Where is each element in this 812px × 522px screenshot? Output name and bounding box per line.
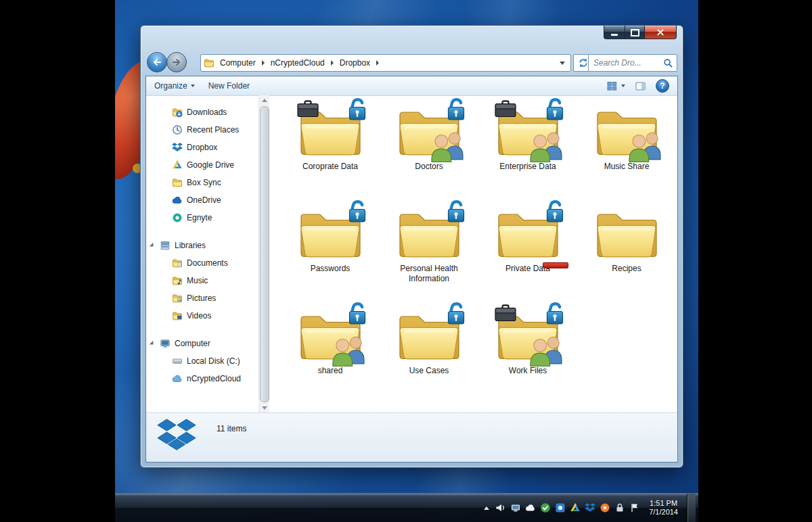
- folder-label: Doctors: [386, 162, 472, 172]
- preview-pane-button[interactable]: [635, 81, 646, 91]
- folder-icon: [172, 177, 183, 188]
- sync-ok-icon[interactable]: [540, 502, 551, 513]
- dropbox-icon[interactable]: [585, 502, 595, 513]
- breadcrumb-arrow-icon[interactable]: [331, 60, 334, 66]
- breadcrumb-dropbox[interactable]: Dropbox: [337, 57, 373, 69]
- dropbox-icon: [157, 418, 196, 454]
- folder-label: Personal Health Information: [386, 264, 472, 284]
- desktop[interactable]: Computer nCryptedCloud Dropbox: [115, 0, 698, 522]
- breadcrumb-arrow-icon[interactable]: [376, 60, 379, 66]
- sidebar-item-onedrive[interactable]: OneDrive: [146, 191, 258, 209]
- sidebar-item-label: Dropbox: [187, 143, 217, 152]
- folder-item-use-cases[interactable]: Use Cases: [380, 306, 478, 408]
- volume-icon[interactable]: [495, 502, 506, 513]
- music-folder-icon: [172, 275, 183, 286]
- sidebar-item-dropbox[interactable]: Dropbox: [146, 139, 258, 156]
- shared-people-icon: [428, 130, 468, 162]
- sidebar-item-videos[interactable]: Videos: [146, 307, 258, 325]
- scrollbar-thumb[interactable]: [260, 106, 269, 402]
- folder-label: Passwords: [287, 264, 374, 274]
- folder-item-work-files[interactable]: Work Files: [478, 306, 577, 408]
- recent-places-icon: [172, 124, 183, 135]
- sidebar-item-label: Videos: [187, 311, 211, 321]
- folder-item-personal-health-information[interactable]: Personal Health Information: [380, 204, 478, 306]
- taskbar-clock[interactable]: 1:51 PM 7/1/2014: [644, 499, 683, 517]
- sidebar-item-egnyte[interactable]: Egnyte: [146, 209, 258, 227]
- onedrive-cloud-icon: [172, 195, 183, 206]
- dropbox-icon: [172, 142, 183, 153]
- sidebar-item-music[interactable]: Music: [146, 272, 258, 289]
- shared-people-icon: [527, 335, 566, 366]
- change-view-button[interactable]: [606, 81, 625, 91]
- sidebar-item-documents[interactable]: Documents: [146, 254, 258, 272]
- help-button[interactable]: ?: [656, 79, 669, 93]
- minimize-button[interactable]: [604, 26, 625, 39]
- sidebar-item-computer[interactable]: Computer: [146, 335, 258, 352]
- sidebar-item-label: Music: [187, 276, 208, 285]
- folder-item-enterprise-data[interactable]: Enterprise Data: [478, 102, 577, 204]
- videos-folder-icon: [172, 310, 183, 321]
- blue-app-icon[interactable]: [555, 502, 566, 513]
- sidebar-item-box-sync[interactable]: Box Sync: [146, 174, 258, 191]
- tray-expand-icon[interactable]: [484, 506, 489, 510]
- scroll-down-button[interactable]: [259, 403, 269, 413]
- open-lock-icon: [545, 199, 565, 224]
- chevron-down-icon: [621, 85, 625, 87]
- folder-label: Music Share: [583, 162, 670, 172]
- sidebar-item-recent-places[interactable]: Recent Places: [146, 121, 258, 139]
- close-button[interactable]: [644, 26, 677, 39]
- breadcrumb-computer[interactable]: Computer: [217, 57, 258, 69]
- sidebar-item-google-drive[interactable]: Google Drive: [146, 156, 258, 174]
- folder-item-coroprate-data[interactable]: Coroprate Data: [281, 102, 380, 204]
- search-input[interactable]: [592, 57, 661, 68]
- sidebar-item-label: Downloads: [187, 108, 227, 117]
- google-drive-icon[interactable]: [570, 502, 581, 513]
- sidebar-item-ncryptedcloud[interactable]: nCryptedCloud: [146, 370, 258, 387]
- open-lock-icon: [545, 97, 565, 122]
- address-dropdown-icon[interactable]: [560, 62, 565, 65]
- navigation-pane: Downloads Recent Places Dropbox Google D…: [146, 95, 258, 413]
- folder-item-music-share[interactable]: Music Share: [577, 102, 676, 204]
- arrow-left-icon: [151, 56, 163, 68]
- sidebar-item-label: Documents: [187, 258, 228, 268]
- scroll-up-button[interactable]: [259, 95, 269, 105]
- action-center-flag-icon[interactable]: [629, 502, 640, 513]
- maximize-button[interactable]: [625, 26, 644, 39]
- breadcrumb-ncryptedcloud[interactable]: nCryptedCloud: [268, 57, 328, 69]
- sidebar-item-downloads[interactable]: Downloads: [146, 103, 258, 121]
- sidebar-item-pictures[interactable]: Pictures: [146, 289, 258, 307]
- expand-arrow-icon[interactable]: [150, 243, 155, 248]
- folder-item-shared[interactable]: shared: [281, 306, 380, 408]
- cloud-app-icon[interactable]: [525, 502, 536, 513]
- security-lock-icon[interactable]: [614, 502, 625, 513]
- new-folder-label: New Folder: [208, 81, 250, 91]
- folder-item-recipes[interactable]: Recipes: [577, 204, 676, 306]
- folder-item-doctors[interactable]: Doctors: [380, 102, 478, 204]
- folder-item-passwords[interactable]: Passwords: [281, 204, 380, 306]
- window-client-area: Organize New Folder: [145, 76, 678, 462]
- organize-button[interactable]: Organize: [154, 81, 195, 91]
- address-bar[interactable]: Computer nCryptedCloud Dropbox: [200, 54, 571, 72]
- sidebar-item-label: Local Disk (C:): [187, 356, 240, 366]
- taskbar[interactable]: 1:51 PM 7/1/2014: [115, 493, 698, 522]
- back-button[interactable]: [147, 52, 167, 72]
- documents-folder-icon: [172, 258, 183, 268]
- briefcase-icon: [495, 100, 516, 118]
- forward-button[interactable]: [166, 52, 187, 72]
- search-box[interactable]: [588, 54, 677, 72]
- open-lock-icon: [446, 97, 466, 122]
- expand-arrow-icon[interactable]: [150, 341, 155, 346]
- folder-item-private-data[interactable]: Private Data: [478, 204, 577, 306]
- cloud-icon: [172, 373, 183, 384]
- sidebar-item-local-disk[interactable]: Local Disk (C:): [146, 352, 258, 370]
- new-folder-button[interactable]: New Folder: [208, 81, 250, 91]
- breadcrumb-arrow-icon[interactable]: [262, 60, 265, 66]
- network-icon[interactable]: [510, 502, 521, 513]
- briefcase-icon: [495, 304, 516, 322]
- sidebar-scrollbar[interactable]: [258, 95, 269, 413]
- search-icon[interactable]: [663, 58, 673, 68]
- open-lock-icon: [347, 97, 367, 122]
- orange-app-icon[interactable]: [600, 502, 610, 513]
- sidebar-item-libraries[interactable]: Libraries: [146, 237, 258, 254]
- show-desktop-button[interactable]: [687, 494, 696, 522]
